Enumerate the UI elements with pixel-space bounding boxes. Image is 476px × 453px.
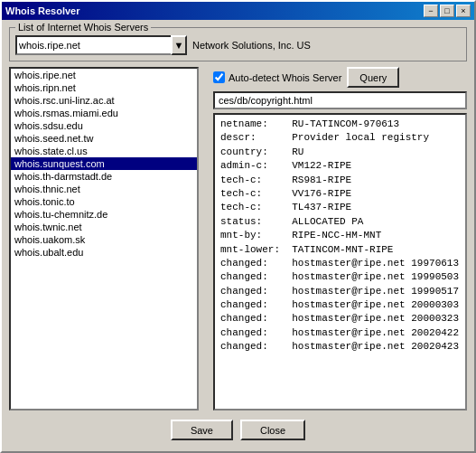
- list-item[interactable]: whois.rsmas.miami.edu: [11, 107, 197, 119]
- server-list[interactable]: whois.ripe.netwhois.ripn.netwhois.rsc.un…: [9, 67, 199, 411]
- url-bar: ces/db/copyright.html: [213, 91, 467, 109]
- result-line: tech-c: RS981-RIPE: [220, 174, 460, 187]
- right-panel: Auto-detect Whois Server Query ces/db/co…: [213, 67, 467, 411]
- group-box-label: List of Internet Whois Servers: [15, 22, 151, 33]
- auto-detect-checkbox[interactable]: [213, 71, 225, 83]
- list-item[interactable]: whois.uakom.sk: [11, 233, 197, 246]
- result-line: changed: hostmaster@ripe.net 19990517: [220, 285, 460, 298]
- result-line: changed: hostmaster@ripe.net 19970613: [220, 257, 460, 270]
- result-line: status: ALLOCATED PA: [220, 215, 460, 229]
- bottom-buttons: Save Close: [9, 416, 467, 444]
- window-close-button[interactable]: ×: [456, 5, 471, 17]
- list-item[interactable]: whois.seed.net.tw: [11, 132, 197, 145]
- window-content: List of Internet Whois Servers whois.rip…: [2, 20, 474, 451]
- server-name-label: Network Solutions, Inc. US: [192, 40, 461, 51]
- list-item[interactable]: whois.thnic.net: [11, 183, 197, 195]
- result-line: tech-c: TL437-RIPE: [220, 201, 460, 214]
- server-dropdown-container: whois.ripe.netwhois.ripn.netwhois.rsc.un…: [15, 35, 187, 55]
- result-line: mnt-lower: TATINCOM-MNT-RIPE: [220, 243, 460, 257]
- url-text: ces/db/copyright.html: [219, 95, 313, 106]
- servers-group-box: List of Internet Whois Servers whois.rip…: [9, 27, 467, 61]
- main-area: whois.ripe.netwhois.ripn.netwhois.rsc.un…: [9, 67, 467, 411]
- right-top-row: Auto-detect Whois Server Query: [213, 67, 467, 88]
- list-item[interactable]: whois.twnic.net: [11, 221, 197, 233]
- minimize-button[interactable]: −: [424, 5, 438, 17]
- result-line: country: RU: [220, 146, 460, 159]
- result-line: descr: Provider local registry: [220, 131, 460, 145]
- list-item[interactable]: whois.rsc.uni-linz.ac.at: [11, 94, 197, 107]
- result-line: changed: hostmaster@ripe.net 20000303: [220, 298, 460, 312]
- result-line: mnt-by: RIPE-NCC-HM-MNT: [220, 229, 460, 242]
- close-button[interactable]: Close: [240, 420, 305, 440]
- window-title: Whois Resolver: [5, 5, 80, 16]
- auto-detect-row: Auto-detect Whois Server: [213, 71, 341, 83]
- save-button[interactable]: Save: [171, 420, 233, 440]
- result-line: changed: hostmaster@ripe.net 20020423: [220, 340, 460, 354]
- title-bar: Whois Resolver − □ ×: [2, 2, 474, 20]
- list-item[interactable]: whois.ubalt.edu: [11, 246, 197, 259]
- server-dropdown[interactable]: whois.ripe.netwhois.ripn.netwhois.rsc.un…: [15, 35, 187, 55]
- result-line: netname: RU-TATINCOM-970613: [220, 118, 460, 131]
- result-line: changed: hostmaster@ripe.net 19990503: [220, 270, 460, 284]
- list-item[interactable]: whois.state.cl.us: [11, 145, 197, 157]
- title-bar-controls: − □ ×: [424, 5, 471, 17]
- query-button[interactable]: Query: [347, 67, 399, 88]
- result-line: changed: hostmaster@ripe.net 20020422: [220, 326, 460, 340]
- result-area[interactable]: netname: RU-TATINCOM-970613descr: Provid…: [213, 113, 467, 411]
- list-item[interactable]: whois.tonic.to: [11, 195, 197, 208]
- main-window: Whois Resolver − □ × List of Internet Wh…: [0, 0, 476, 453]
- list-item[interactable]: whois.ripe.net: [11, 69, 197, 81]
- result-line: tech-c: VV176-RIPE: [220, 187, 460, 201]
- result-line: admin-c: VM122-RIPE: [220, 159, 460, 173]
- auto-detect-label: Auto-detect Whois Server: [229, 72, 341, 83]
- result-line: changed: hostmaster@ripe.net 20000323: [220, 312, 460, 326]
- list-item[interactable]: whois.ripn.net: [11, 81, 197, 94]
- maximize-button[interactable]: □: [440, 5, 454, 17]
- top-row: whois.ripe.netwhois.ripn.netwhois.rsc.un…: [15, 35, 461, 55]
- list-item[interactable]: whois.sdsu.edu: [11, 119, 197, 132]
- list-item[interactable]: whois.tu-chemnitz.de: [11, 208, 197, 221]
- left-panel: whois.ripe.netwhois.ripn.netwhois.rsc.un…: [9, 67, 208, 411]
- list-item[interactable]: whois.th-darmstadt.de: [11, 170, 197, 183]
- list-item[interactable]: whois.sunquest.com: [11, 157, 197, 170]
